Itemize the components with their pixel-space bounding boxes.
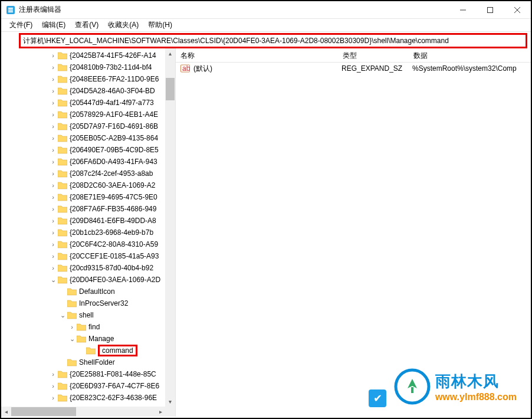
tree-item[interactable]: {20578929-A1F0-4EB1-A4E [1, 109, 175, 120]
expand-arrow[interactable] [48, 205, 58, 212]
tree-label: {2087c2f4-2cef-4953-a8ab [70, 169, 153, 178]
scroll-right-arrow[interactable]: ▸ [156, 407, 166, 417]
tree-item[interactable]: find [1, 321, 175, 333]
expand-arrow[interactable] [48, 170, 58, 177]
tree-item[interactable]: {205447d9-4af1-4f97-a773 [1, 97, 175, 109]
tree-item[interactable]: {20425B74-41F5-426F-A14 [1, 50, 175, 61]
tree-item[interactable]: {2048EEE6-7FA2-11D0-9E6 [1, 73, 175, 85]
folder-icon [58, 169, 67, 178]
tree-item[interactable]: InProcServer32 [1, 297, 175, 309]
tree-item[interactable]: {20cd9315-87d0-40b4-b92 [1, 262, 175, 274]
scroll-thumb[interactable] [166, 78, 175, 100]
expand-arrow[interactable] [48, 158, 58, 165]
tree-item[interactable]: Manage [1, 333, 175, 345]
expand-arrow[interactable] [48, 135, 58, 142]
expand-arrow[interactable] [48, 382, 58, 389]
menu-favorites[interactable]: 收藏夹(A) [103, 19, 143, 31]
tree-vertical-scrollbar[interactable]: ▴ ▾ [165, 48, 175, 417]
tree-label: {20D04FE0-3AEA-1069-A2D [70, 276, 160, 284]
expand-arrow[interactable] [48, 111, 58, 118]
tree-pane[interactable]: {20425B74-41F5-426F-A14{204810b9-73b2-11… [1, 48, 176, 417]
address-bar[interactable]: 计算机\HKEY_LOCAL_MACHINE\SOFTWARE\Classes\… [19, 33, 527, 48]
hscroll-thumb[interactable] [11, 407, 76, 416]
tree-item[interactable]: command [1, 345, 175, 356]
expand-arrow[interactable] [48, 182, 58, 189]
tree-item[interactable]: {204810b9-73b2-11d4-bf4 [1, 61, 175, 73]
menu-help[interactable]: 帮助(H) [143, 19, 177, 31]
tree-item[interactable]: {206FA6D0-A493-41FA-943 [1, 156, 175, 168]
tree-item[interactable]: {20E823C2-62F3-4638-96E [1, 392, 175, 404]
tree-item[interactable]: {20E6D937-F6A7-4C7F-8E6 [1, 380, 175, 392]
folder-icon [58, 228, 67, 237]
folder-icon [58, 264, 67, 272]
expand-arrow[interactable] [48, 146, 58, 153]
tree-item[interactable]: {20D04FE0-3AEA-1069-A2D [1, 274, 175, 286]
maximize-button[interactable] [477, 1, 504, 19]
close-button[interactable] [504, 1, 531, 19]
watermark-url: www.ylmf888.com [435, 392, 517, 402]
expand-arrow[interactable] [67, 323, 77, 330]
menu-file[interactable]: 文件(F) [5, 19, 37, 31]
tree-item[interactable]: DefaultIcon [1, 286, 175, 297]
folder-icon [58, 181, 67, 189]
tree-horizontal-scrollbar[interactable]: ◂ ▸ [1, 407, 166, 417]
tree-item[interactable]: {208F7A6F-FB35-4686-949 [1, 203, 175, 215]
svg-rect-2 [8, 9, 13, 11]
tree-item[interactable]: {20CCEF1E-0185-41a5-A93 [1, 250, 175, 262]
tree-item[interactable]: {209D8461-E6FB-49DD-A8 [1, 215, 175, 227]
column-data[interactable]: 数据 [409, 48, 531, 62]
tree-label: {205447d9-4af1-4f97-a773 [70, 99, 154, 107]
menu-view[interactable]: 查看(V) [70, 19, 103, 31]
expand-arrow[interactable] [67, 335, 77, 343]
tree-item[interactable]: {205EB05C-A2B9-4135-864 [1, 132, 175, 144]
tree-label: DefaultIcon [79, 287, 115, 296]
scroll-left-arrow[interactable]: ◂ [1, 407, 11, 417]
tree-label: {205EB05C-A2B9-4135-864 [70, 134, 158, 142]
expand-arrow[interactable] [48, 99, 58, 106]
tree-item[interactable]: {20C6F4C2-80A8-4310-A59 [1, 238, 175, 250]
scroll-up-arrow[interactable]: ▴ [165, 48, 175, 58]
value-row[interactable]: ab (默认) REG_EXPAND_SZ %SystemRoot%\syste… [176, 63, 531, 74]
tree-label: command [98, 345, 137, 356]
tree-item[interactable]: ShellFolder [1, 356, 175, 368]
expand-arrow[interactable] [48, 229, 58, 236]
tree-item[interactable]: shell [1, 309, 175, 321]
expand-arrow[interactable] [48, 76, 58, 83]
column-type[interactable]: 类型 [338, 48, 409, 62]
column-name[interactable]: 名称 [176, 48, 338, 62]
tree-item[interactable]: {205D7A97-F16D-4691-86B [1, 120, 175, 132]
tree-label: {206FA6D0-A493-41FA-943 [70, 158, 157, 166]
expand-arrow[interactable] [48, 52, 58, 59]
expand-arrow[interactable] [48, 217, 58, 224]
expand-arrow[interactable] [48, 394, 58, 401]
tree-item[interactable]: {204D5A28-46A0-3F04-BD [1, 85, 175, 97]
folder-icon [58, 146, 67, 154]
expand-arrow[interactable] [48, 276, 58, 284]
tree-item[interactable]: {20E25881-F081-448e-85C [1, 368, 175, 380]
expand-arrow[interactable] [48, 123, 58, 130]
expand-arrow[interactable] [58, 312, 67, 319]
folder-icon [58, 51, 67, 60]
tree-label: {20E6D937-F6A7-4C7F-8E6 [70, 382, 159, 390]
tree-label: find [88, 323, 100, 331]
expand-arrow[interactable] [48, 64, 58, 71]
expand-arrow[interactable] [48, 253, 58, 260]
expand-arrow[interactable] [48, 371, 58, 378]
expand-arrow[interactable] [48, 241, 58, 248]
tree-item[interactable]: {20b1cb23-6968-4eb9-b7b [1, 227, 175, 238]
scroll-down-arrow[interactable]: ▾ [165, 397, 175, 407]
value-name: (默认) [193, 64, 341, 74]
expand-arrow[interactable] [48, 264, 58, 271]
list-header: 名称 类型 数据 [176, 48, 531, 63]
tree-item[interactable]: {208D2C60-3AEA-1069-A2 [1, 179, 175, 191]
tree-item[interactable]: {208E71E9-4695-47C5-9E0 [1, 191, 175, 203]
minimize-button[interactable] [449, 1, 477, 19]
title-bar: 注册表编辑器 [1, 1, 531, 19]
expand-arrow[interactable] [48, 194, 58, 201]
values-pane[interactable]: 名称 类型 数据 ab (默认) REG_EXPAND_SZ %SystemRo… [176, 48, 531, 417]
expand-arrow[interactable] [48, 87, 58, 94]
tree-label: {20b1cb23-6968-4eb9-b7b [70, 228, 153, 237]
tree-item[interactable]: {206490E7-09B5-4C9D-8E5 [1, 144, 175, 156]
menu-edit[interactable]: 编辑(E) [37, 19, 70, 31]
tree-item[interactable]: {2087c2f4-2cef-4953-a8ab [1, 168, 175, 179]
